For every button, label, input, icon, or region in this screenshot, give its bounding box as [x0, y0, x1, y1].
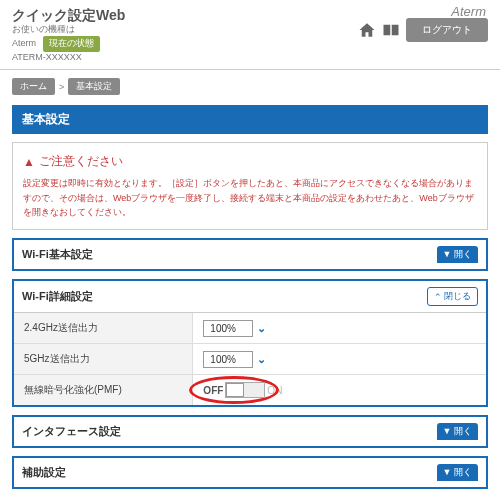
chevron-up-icon: ⌃ [434, 292, 442, 302]
notice-text: 設定変更は即時に有効となります。［設定］ボタンを押したあと、本商品にアクセスでき… [23, 176, 477, 219]
panel-wifi-detail: Wi-Fi詳細設定 ⌃ 閉じる 2.4GHz送信出力 100% ⌄ 5GHz送信… [12, 279, 488, 407]
panel-interface: インタフェース設定 ▼ 開く [12, 415, 488, 448]
breadcrumb-current: 基本設定 [68, 78, 120, 95]
toggle-track[interactable] [225, 382, 265, 398]
brand-logo: Aterm [451, 4, 486, 19]
pmf-toggle[interactable]: OFF ON [203, 382, 282, 398]
home-icon[interactable] [358, 21, 376, 39]
tx-5ghz-select[interactable]: 100% [203, 351, 253, 368]
panel-wifi-basic: Wi-Fi基本設定 ▼ 開く [12, 238, 488, 271]
dropdown-icon: ⌄ [257, 322, 266, 335]
device-model: ATERM-XXXXXX [12, 52, 125, 64]
warning-icon: ▲ [23, 155, 35, 169]
expand-button[interactable]: ▼ 開く [437, 423, 478, 440]
panel-title-interface: インタフェース設定 [22, 424, 121, 439]
logout-button[interactable]: ログアウト [406, 18, 488, 42]
device-label: お使いの機種は [12, 24, 125, 36]
device-brand-line: Aterm 現在の状態 [12, 36, 125, 52]
breadcrumb: ホーム > 基本設定 [0, 74, 500, 99]
notice-box: ▲ ご注意ください 設定変更は即時に有効となります。［設定］ボタンを押したあと、… [12, 142, 488, 230]
toggle-on-label: ON [267, 385, 282, 396]
expand-button[interactable]: ▼ 開く [437, 246, 478, 263]
tx-24ghz-select[interactable]: 100% [203, 320, 253, 337]
table-row: 5GHz送信出力 100% ⌄ [14, 344, 486, 375]
collapse-button[interactable]: ⌃ 閉じる [427, 287, 478, 306]
header-divider [0, 69, 500, 70]
row-label-pmf: 無線暗号化強化(PMF) [14, 375, 193, 405]
breadcrumb-sep: > [59, 82, 64, 92]
dropdown-icon: ⌄ [257, 353, 266, 366]
expand-button[interactable]: ▼ 開く [437, 464, 478, 481]
table-row: 2.4GHz送信出力 100% ⌄ [14, 313, 486, 344]
notice-title: ▲ ご注意ください [23, 153, 477, 170]
breadcrumb-home[interactable]: ホーム [12, 78, 55, 95]
panel-title-wifi-detail: Wi-Fi詳細設定 [22, 289, 93, 304]
panel-aux: 補助設定 ▼ 開く [12, 456, 488, 489]
toggle-knob [226, 383, 244, 397]
row-label-5ghz: 5GHz送信出力 [14, 344, 193, 374]
panel-title-aux: 補助設定 [22, 465, 66, 480]
app-title: クイック設定Web [12, 6, 125, 24]
page-title: 基本設定 [12, 105, 488, 134]
table-row: 無線暗号化強化(PMF) OFF ON [14, 375, 486, 405]
current-status-button[interactable]: 現在の状態 [43, 36, 100, 52]
toggle-off-label: OFF [203, 385, 223, 396]
row-label-24ghz: 2.4GHz送信出力 [14, 313, 193, 343]
manual-icon[interactable] [382, 21, 400, 39]
panel-title-wifi-basic: Wi-Fi基本設定 [22, 247, 93, 262]
